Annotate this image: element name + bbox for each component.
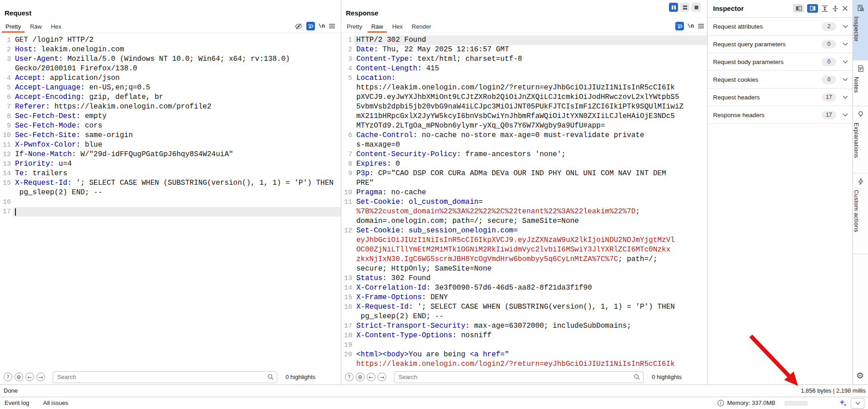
inspector-section-response-headers[interactable]: Response headers17 bbox=[708, 106, 853, 124]
code-line: 16X-Request-Id: '; SELECT CASE WHEN (SUB… bbox=[341, 302, 707, 312]
response-panel: Response PrettyRawHexRender \n 1HTTP/2 3… bbox=[341, 0, 707, 384]
soft-wrap-icon[interactable] bbox=[675, 22, 684, 30]
request-tabbar-divider bbox=[0, 33, 341, 33]
expand-all-icon[interactable] bbox=[821, 5, 828, 12]
code-line: https://leakim.onelogin.com/login2/?retu… bbox=[341, 360, 707, 369]
request-editor[interactable]: 1GET /login? HTTP/22Host: leakim.onelogi… bbox=[0, 35, 341, 370]
response-help-icon[interactable]: ? bbox=[345, 373, 354, 381]
request-search-input[interactable] bbox=[53, 372, 277, 383]
tab-raw[interactable]: Raw bbox=[25, 21, 46, 33]
inspector-section-request-attributes[interactable]: Request attributes2 bbox=[708, 18, 853, 35]
inspector-dock-right-icon[interactable] bbox=[807, 4, 818, 13]
line-number: 3 bbox=[0, 54, 13, 64]
line-number: 4 bbox=[0, 74, 13, 83]
info-icon bbox=[717, 399, 724, 408]
response-search-prev-icon[interactable]: ← bbox=[367, 373, 375, 381]
inspector-panel: Inspector Request attributes2Req bbox=[708, 0, 853, 384]
close-icon[interactable] bbox=[842, 5, 848, 11]
bottom-dropdown-button[interactable] bbox=[851, 398, 864, 409]
tab-hex[interactable]: Hex bbox=[46, 21, 66, 33]
editor-menu-icon[interactable] bbox=[698, 23, 704, 29]
inspector-dock-left-icon[interactable] bbox=[793, 4, 804, 13]
line-content: s-maxage=0 bbox=[354, 140, 707, 150]
event-log-button[interactable]: Event log bbox=[5, 399, 29, 406]
request-search-settings-icon[interactable]: ⚙ bbox=[15, 373, 23, 381]
ai-sparkle-icon[interactable] bbox=[838, 399, 848, 409]
code-line: 19 bbox=[341, 340, 707, 350]
response-search-input[interactable] bbox=[394, 372, 643, 383]
show-newlines-icon[interactable]: \n bbox=[688, 23, 694, 30]
response-search-settings-icon[interactable]: ⚙ bbox=[356, 373, 364, 381]
line-content: Host: leakim.onelogin.com bbox=[13, 45, 341, 54]
code-line: 11X-Pwnfox-Color: blue bbox=[0, 140, 341, 150]
response-highlight-count: 0 highlights bbox=[652, 374, 682, 380]
status-row: Done 1,856 bytes | 2,198 millis bbox=[0, 385, 868, 397]
request-search-prev-icon[interactable]: ← bbox=[25, 373, 34, 381]
tab-hex[interactable]: Hex bbox=[388, 21, 407, 33]
section-label: Request query parameters bbox=[713, 41, 786, 48]
line-number bbox=[341, 83, 354, 93]
editor-menu-icon[interactable] bbox=[329, 23, 335, 29]
side-tab-notes[interactable]: Notes bbox=[853, 60, 868, 106]
code-line: 8Expires: 0 bbox=[341, 159, 707, 169]
inspector-icon bbox=[857, 5, 864, 14]
request-help-icon[interactable]: ? bbox=[4, 373, 12, 381]
all-issues-button[interactable]: All issues bbox=[43, 399, 68, 406]
inspector-section-request-headers[interactable]: Request headers17 bbox=[708, 89, 853, 106]
inspector-section-request-body-parameters[interactable]: Request body parameters0 bbox=[708, 53, 853, 71]
soft-wrap-icon[interactable] bbox=[306, 22, 315, 30]
show-newlines-icon[interactable]: \n bbox=[319, 23, 325, 30]
line-number: 1 bbox=[0, 35, 13, 45]
request-response-divider[interactable] bbox=[341, 0, 341, 384]
line-content: 5vbmVsb2dpbi5jb20vbG9naW4iLCJpc3MiOiJNT0… bbox=[354, 102, 707, 112]
section-label: Request headers bbox=[713, 94, 760, 101]
line-number: 2 bbox=[0, 45, 13, 54]
search-icon bbox=[267, 374, 274, 382]
response-editor[interactable]: 1HTTP/2 302 Found2Date: Thu, 22 May 2025… bbox=[341, 35, 707, 370]
tab-pretty[interactable]: Pretty bbox=[342, 21, 367, 33]
line-number: 13 bbox=[0, 159, 13, 169]
tab-pretty[interactable]: Pretty bbox=[1, 21, 25, 33]
status-metrics: 1,856 bytes | 2,198 millis bbox=[801, 387, 866, 394]
code-line: PRE" bbox=[341, 178, 707, 188]
inspector-section-request-cookies[interactable]: Request cookies0 bbox=[708, 71, 853, 89]
response-search-toolbar: ? ⚙ ← → 0 highlights bbox=[341, 370, 707, 384]
side-tab-custom-actions[interactable]: Custom actions bbox=[853, 173, 868, 254]
line-number: 4 bbox=[341, 64, 354, 74]
line-content: Sec-Fetch-Mode: cors bbox=[13, 121, 341, 131]
response-search-next-icon[interactable]: → bbox=[378, 373, 386, 381]
layout-single-icon[interactable] bbox=[692, 3, 701, 12]
inspector-section-request-query-parameters[interactable]: Request query parameters0 bbox=[708, 35, 853, 53]
request-search-next-icon[interactable]: → bbox=[36, 373, 45, 381]
code-line: 14Te: trailers bbox=[0, 169, 341, 178]
tab-render[interactable]: Render bbox=[407, 21, 436, 33]
side-tab-explanations[interactable]: Explanations bbox=[853, 106, 868, 173]
line-number bbox=[341, 236, 354, 245]
line-content: Date: Thu, 22 May 2025 12:16:57 GMT bbox=[354, 45, 707, 54]
response-inspector-divider[interactable] bbox=[707, 0, 708, 384]
tab-raw[interactable]: Raw bbox=[367, 21, 388, 33]
code-line: 1GET /login? HTTP/2 bbox=[0, 35, 341, 45]
code-line: s-maxage=0 bbox=[341, 140, 707, 150]
collapse-all-icon[interactable] bbox=[832, 5, 839, 12]
settings-gear-icon[interactable]: ⚙ bbox=[856, 371, 864, 380]
line-content: X-Frame-Options: DENY bbox=[354, 293, 707, 302]
request-search-box bbox=[53, 371, 277, 383]
memory-bar bbox=[784, 401, 808, 406]
status-done: Done bbox=[4, 387, 18, 394]
line-number: 15 bbox=[341, 293, 354, 302]
side-tab-inspector[interactable]: Inspector bbox=[853, 0, 868, 60]
line-content: P3p: CP="CAO DSP COR CURa ADMa DEVa OUR … bbox=[354, 169, 707, 178]
response-panel-title: Response bbox=[346, 9, 379, 17]
line-content: https://leakim.onelogin.com/login2/?retu… bbox=[354, 83, 707, 93]
line-number: 6 bbox=[341, 131, 354, 140]
line-number bbox=[341, 312, 354, 321]
line-number bbox=[341, 255, 354, 264]
line-content: Expires: 0 bbox=[354, 159, 707, 169]
line-number bbox=[341, 93, 354, 102]
line-content: Accept: application/json bbox=[13, 74, 341, 83]
line-content: Accept-Language: en-US,en;q=0.5 bbox=[13, 83, 341, 93]
hide-nonprintable-icon[interactable] bbox=[294, 22, 303, 30]
layout-columns-icon[interactable] bbox=[669, 3, 678, 12]
layout-rows-icon[interactable] bbox=[680, 3, 689, 12]
